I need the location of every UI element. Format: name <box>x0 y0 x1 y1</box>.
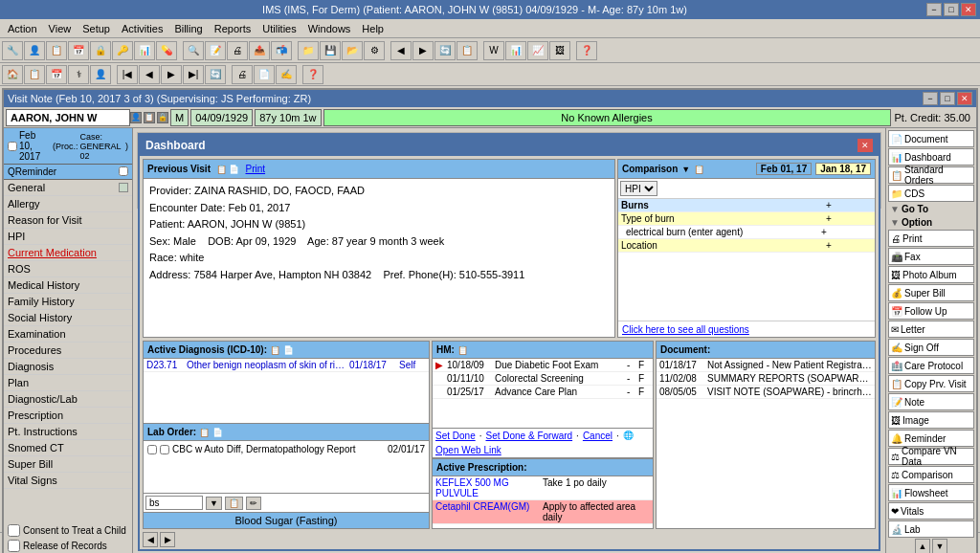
lab-check2[interactable] <box>160 445 169 454</box>
sidebar-item-rov[interactable]: Reason for Visit <box>4 212 132 229</box>
menu-reports[interactable]: Reports <box>209 21 257 36</box>
tb2-btn-5[interactable]: 👤 <box>90 65 111 84</box>
tb-btn-18[interactable]: ◀ <box>390 41 412 60</box>
menu-help[interactable]: Help <box>356 21 390 36</box>
lab-edit-btn[interactable]: ✏ <box>246 497 261 510</box>
rs-goto-section[interactable]: ▼ Go To <box>888 203 974 215</box>
see-all-questions-link[interactable]: Click here to see all questions <box>622 324 749 335</box>
tb-btn-10[interactable]: 📝 <box>205 41 226 60</box>
rs-copy-prv[interactable]: 📋 Copy Prv. Visit <box>888 375 974 392</box>
tb-btn-21[interactable]: 📋 <box>457 41 478 60</box>
rs-option-section[interactable]: ▼ Option <box>888 216 974 229</box>
tb-btn-9[interactable]: 🔍 <box>183 41 204 60</box>
minimize-button[interactable]: − <box>926 3 942 16</box>
dashboard-scroll-right[interactable]: ▶ <box>160 532 175 547</box>
rs-comparison[interactable]: ⚖ Comparison <box>888 466 974 483</box>
sidebar-item-ptinstr[interactable]: Pt. Instructions <box>4 424 132 440</box>
tb-btn-6[interactable]: 🔑 <box>112 41 133 60</box>
dashboard-close[interactable]: ✕ <box>858 139 873 152</box>
maximize-button[interactable]: □ <box>944 3 959 16</box>
tb-btn-11[interactable]: 🖨 <box>227 41 248 60</box>
rs-standard-orders[interactable]: 📋 Standard Orders <box>888 166 974 184</box>
rs-super-bill[interactable]: 💰 Super Bill <box>888 284 974 301</box>
sidebar-item-hpi[interactable]: HPI <box>4 229 132 245</box>
release-checkbox[interactable] <box>8 540 20 552</box>
tb2-btn-print[interactable]: 🖨 <box>232 65 253 84</box>
menu-view[interactable]: View <box>43 21 78 36</box>
vn-maximize[interactable]: □ <box>940 92 955 105</box>
sidebar-item-vitals[interactable]: Vital Signs <box>4 473 132 489</box>
tb-btn-15[interactable]: 💾 <box>320 41 341 60</box>
tb2-btn-3[interactable]: 📅 <box>46 65 67 84</box>
tb2-btn-help[interactable]: ❓ <box>302 65 323 84</box>
lab-add-btn[interactable]: 📋 <box>225 497 243 510</box>
tb2-btn-doc[interactable]: 📄 <box>254 65 275 84</box>
tb-btn-1[interactable]: 🔧 <box>2 41 23 60</box>
sidebar-item-social-hist[interactable]: Social History <box>4 310 132 326</box>
tb-btn-16[interactable]: 📂 <box>342 41 363 60</box>
tb-btn-2[interactable]: 👤 <box>24 41 45 60</box>
tb-btn-14[interactable]: 📁 <box>298 41 319 60</box>
lab-check1[interactable] <box>147 445 157 454</box>
tb-btn-13[interactable]: 📬 <box>271 41 292 60</box>
consent-checkbox[interactable] <box>8 524 20 537</box>
tb-btn-23[interactable]: 📊 <box>505 41 526 60</box>
rs-document[interactable]: 📄 Document <box>888 130 974 147</box>
hm-open-web[interactable]: Open Web Link <box>435 445 501 455</box>
tb-btn-5[interactable]: 🔒 <box>90 41 111 60</box>
tb2-btn-refresh[interactable]: 🔄 <box>205 65 226 84</box>
menu-activities[interactable]: Activities <box>116 21 168 36</box>
rs-scroll-up[interactable]: ▲ <box>915 539 930 553</box>
rs-letter[interactable]: ✉ Letter <box>888 321 974 338</box>
tb2-btn-sig[interactable]: ✍ <box>276 65 297 84</box>
close-button[interactable]: ✕ <box>961 3 976 16</box>
tb-btn-3[interactable]: 📋 <box>46 41 67 60</box>
sidebar-item-ros[interactable]: ROS <box>4 261 132 277</box>
sidebar-item-family-hist[interactable]: Family History <box>4 294 132 310</box>
rs-photo-album[interactable]: 🖼 Photo Album <box>888 266 974 283</box>
hm-cancel[interactable]: Cancel <box>583 431 612 441</box>
sidebar-item-exam[interactable]: Examination <box>4 326 132 343</box>
tb2-btn-4[interactable]: ⚕ <box>68 65 89 84</box>
rs-cds[interactable]: 📁 CDS <box>888 185 974 202</box>
tb-btn-12[interactable]: 📤 <box>249 41 270 60</box>
tb-btn-17[interactable]: ⚙ <box>364 41 385 60</box>
sidebar-item-plan[interactable]: Plan <box>4 375 132 391</box>
dashboard-scroll-left[interactable]: ◀ <box>143 532 158 547</box>
sidebar-item-diagnosis[interactable]: Diagnosis <box>4 359 132 375</box>
prev-visit-print[interactable]: Print <box>245 164 265 174</box>
tb-btn-22[interactable]: W <box>483 41 504 60</box>
rs-note[interactable]: 📝 Note <box>888 393 974 410</box>
tb-btn-24[interactable]: 📈 <box>527 41 548 60</box>
sidebar-item-general[interactable]: General <box>4 180 132 196</box>
sidebar-item-diaglab[interactable]: Diagnostic/Lab <box>4 391 132 408</box>
tb2-btn-nav3[interactable]: ▶ <box>161 65 182 84</box>
tb2-btn-nav4[interactable]: ▶| <box>183 65 204 84</box>
tb2-btn-nav2[interactable]: ◀ <box>139 65 160 84</box>
rs-sign-off[interactable]: ✍ Sign Off <box>888 339 974 356</box>
menu-utilities[interactable]: Utilities <box>256 21 301 36</box>
rs-lab[interactable]: 🔬 Lab <box>888 520 974 538</box>
lab-search-btn[interactable]: ▼ <box>206 497 222 510</box>
sidebar-item-medical-hist[interactable]: Medical History <box>4 277 132 294</box>
hm-set-done-forward[interactable]: Set Done & Forward <box>485 431 572 441</box>
rs-vitals[interactable]: ❤ Vitals <box>888 502 974 520</box>
menu-action[interactable]: Action <box>2 21 43 36</box>
tb-btn-25[interactable]: 🖼 <box>549 41 570 60</box>
sidebar-item-allergy[interactable]: Allergy <box>4 196 132 212</box>
rs-care-protocol[interactable]: 🏥 Care Protocol <box>888 357 974 374</box>
rs-print[interactable]: 🖨 Print <box>888 230 974 247</box>
comparison-dropdown[interactable]: HPI <box>620 181 657 196</box>
rs-dashboard[interactable]: 📊 Dashboard <box>888 148 974 166</box>
sidebar-item-prescription[interactable]: Prescription <box>4 408 132 424</box>
vn-minimize[interactable]: − <box>923 92 938 105</box>
tb2-btn-2[interactable]: 📋 <box>24 65 45 84</box>
sidebar-item-procedures[interactable]: Procedures <box>4 343 132 359</box>
sidebar-item-snomed[interactable]: Snomed CT <box>4 440 132 456</box>
rs-flowsheet[interactable]: 📊 Flowsheet <box>888 484 974 501</box>
rs-follow-up[interactable]: 📅 Follow Up <box>888 302 974 320</box>
tb-btn-7[interactable]: 📊 <box>134 41 155 60</box>
rs-image[interactable]: 🖼 Image <box>888 411 974 429</box>
sidebar-item-superbill[interactable]: Super Bill <box>4 456 132 473</box>
tb-btn-26[interactable]: ❓ <box>576 41 597 60</box>
